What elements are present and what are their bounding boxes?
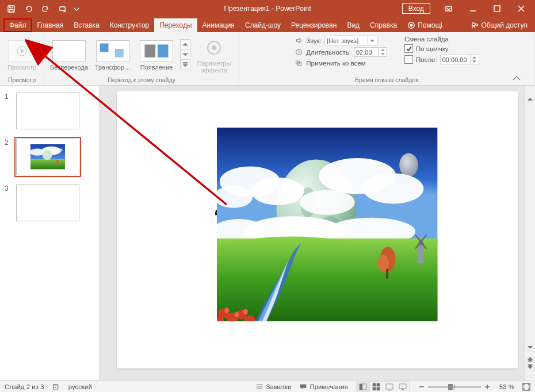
svg-rect-79 xyxy=(362,384,366,390)
slide-number: 2 xyxy=(5,139,12,147)
share-button[interactable]: Общий доступ xyxy=(465,18,533,32)
sound-icon xyxy=(295,36,303,45)
svg-rect-5 xyxy=(494,6,500,11)
svg-rect-1 xyxy=(9,5,13,7)
transition-fade-label: Появление xyxy=(140,64,173,71)
start-from-beginning-icon[interactable] xyxy=(55,1,70,16)
fit-to-window-icon[interactable] xyxy=(522,383,530,391)
slide-editor[interactable]: ‘ xyxy=(100,86,535,380)
svg-rect-12 xyxy=(100,44,109,52)
svg-rect-14 xyxy=(144,45,155,57)
svg-point-68 xyxy=(243,309,248,314)
zoom-slider[interactable] xyxy=(418,383,491,391)
ribbon: Просмотр Просмотр Безперехода Трансфор… … xyxy=(0,32,535,86)
preview-button-label: Просмотр xyxy=(7,64,36,71)
svg-point-47 xyxy=(300,190,355,214)
tab-slideshow[interactable]: Слайд-шоу xyxy=(240,18,286,32)
language-indicator[interactable]: русский xyxy=(68,383,92,390)
maximize-icon[interactable] xyxy=(486,0,509,17)
tab-home[interactable]: Главная xyxy=(32,18,69,32)
effect-options-button[interactable]: Параметры эффекта xyxy=(194,35,234,74)
svg-marker-74 xyxy=(528,366,533,369)
timing-group-label: Время показа слайдов xyxy=(244,75,530,85)
scroll-up-icon[interactable] xyxy=(526,95,534,103)
on-click-checkbox[interactable] xyxy=(404,44,413,53)
preview-button[interactable]: Просмотр xyxy=(5,38,39,71)
svg-point-34 xyxy=(42,150,52,160)
svg-rect-2 xyxy=(9,9,13,12)
slide-thumb-canvas xyxy=(16,93,79,129)
ribbon-group-preview: Просмотр Просмотр xyxy=(0,32,44,85)
redo-icon[interactable] xyxy=(38,1,53,16)
slide-thumb-3[interactable]: 3 xyxy=(0,182,99,228)
tab-review[interactable]: Рецензирован xyxy=(286,18,342,32)
slide-image[interactable] xyxy=(217,128,437,321)
slide-canvas[interactable]: ‘ xyxy=(117,91,518,368)
scroll-down-icon[interactable] xyxy=(526,343,534,351)
normal-view-icon[interactable] xyxy=(357,382,369,392)
duration-spinner[interactable]: 02,00 xyxy=(354,47,387,57)
qat-customize-icon[interactable] xyxy=(72,1,81,16)
tab-tell-me[interactable]: Помощі xyxy=(402,18,448,32)
tab-insert[interactable]: Вставка xyxy=(68,18,105,32)
tab-help[interactable]: Справка xyxy=(365,18,402,32)
svg-point-67 xyxy=(235,312,239,317)
save-icon[interactable] xyxy=(3,1,18,16)
slide-thumb-1[interactable]: 1 xyxy=(0,90,99,136)
tab-view[interactable]: Вид xyxy=(342,18,365,32)
ribbon-display-options-icon[interactable] xyxy=(437,0,460,17)
zoom-out-icon[interactable] xyxy=(418,383,426,391)
tab-transitions[interactable]: Переходы xyxy=(154,18,197,32)
title-bar: Презентация1 - PowerPoint Вход xyxy=(0,0,535,17)
slide-thumb-canvas xyxy=(16,185,79,221)
zoom-value[interactable]: 53 % xyxy=(499,383,514,390)
svg-marker-29 xyxy=(472,61,476,63)
tab-file[interactable]: Файл xyxy=(3,18,32,32)
svg-marker-25 xyxy=(381,53,385,56)
svg-marker-16 xyxy=(183,43,188,45)
close-icon[interactable] xyxy=(510,0,533,17)
tab-design[interactable]: Конструктор xyxy=(105,18,154,32)
apply-to-all-button[interactable]: Применить ко всем xyxy=(295,59,387,67)
after-checkbox[interactable] xyxy=(404,55,413,64)
after-label: После: xyxy=(416,56,437,63)
duration-value: 02,00 xyxy=(356,49,372,56)
slide-number: 1 xyxy=(5,93,12,101)
svg-point-21 xyxy=(212,45,216,50)
sign-in-button[interactable]: Вход xyxy=(402,3,430,14)
zoom-in-icon[interactable] xyxy=(483,383,491,391)
vertical-scrollbar[interactable] xyxy=(525,86,535,380)
zoom-track[interactable] xyxy=(428,386,481,388)
undo-icon[interactable] xyxy=(21,1,36,16)
gallery-group-label: Переход к этому слайду xyxy=(49,75,234,85)
sound-dropdown[interactable]: [Нет звука] xyxy=(324,36,377,45)
svg-rect-13 xyxy=(115,49,124,57)
slide-position: Слайд 2 из 3 xyxy=(5,383,44,390)
transition-morph[interactable]: Трансфор… xyxy=(93,38,133,71)
svg-rect-3 xyxy=(59,6,64,10)
svg-point-36 xyxy=(56,160,59,164)
prev-slide-icon[interactable] xyxy=(526,355,534,363)
slide-sorter-view-icon[interactable] xyxy=(369,382,383,392)
tell-me-label: Помощі xyxy=(418,21,442,29)
slideshow-view-icon[interactable] xyxy=(396,382,409,392)
gallery-more-button[interactable] xyxy=(180,39,190,70)
transition-none[interactable]: Безперехода xyxy=(49,38,89,71)
effect-options-label: Параметры эффекта xyxy=(197,60,231,74)
zoom-thumb[interactable] xyxy=(448,384,453,390)
after-time-spinner[interactable]: 00:00,00 xyxy=(440,55,479,64)
spellcheck-icon[interactable] xyxy=(52,383,60,391)
slide-thumb-image xyxy=(30,144,65,169)
quick-access-toolbar xyxy=(0,1,81,16)
minimize-icon[interactable] xyxy=(461,0,484,17)
slide-thumb-2[interactable]: 2 xyxy=(0,136,99,182)
collapse-ribbon-icon[interactable] xyxy=(511,75,522,83)
notes-button[interactable]: Заметки xyxy=(255,383,291,391)
comments-button[interactable]: Примечания xyxy=(299,383,347,391)
transition-fade[interactable]: Появление xyxy=(136,38,177,71)
next-slide-icon[interactable] xyxy=(526,363,534,371)
reading-view-icon[interactable] xyxy=(383,382,396,392)
notes-label: Заметки xyxy=(266,383,291,390)
svg-point-43 xyxy=(251,177,304,205)
tab-animations[interactable]: Анимация xyxy=(197,18,240,32)
